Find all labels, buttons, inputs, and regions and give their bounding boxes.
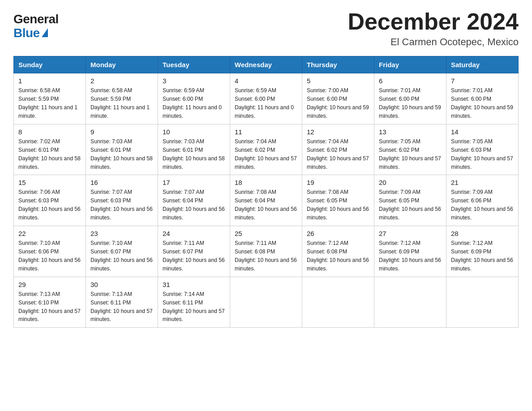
calendar-week-2: 8Sunrise: 7:02 AMSunset: 6:01 PMDaylight… xyxy=(14,124,519,175)
day-number: 10 xyxy=(163,128,225,136)
day-number: 11 xyxy=(235,128,297,136)
logo-general-text: General xyxy=(13,13,59,26)
calendar-week-4: 22Sunrise: 7:10 AMSunset: 6:06 PMDayligh… xyxy=(14,226,519,277)
day-info: Sunrise: 7:05 AMSunset: 6:02 PMDaylight:… xyxy=(379,137,442,171)
calendar-cell: 19Sunrise: 7:08 AMSunset: 6:05 PMDayligh… xyxy=(302,175,374,226)
calendar-cell: 8Sunrise: 7:02 AMSunset: 6:01 PMDaylight… xyxy=(14,124,86,175)
day-info: Sunrise: 7:06 AMSunset: 6:03 PMDaylight:… xyxy=(18,188,81,222)
calendar-cell: 6Sunrise: 7:01 AMSunset: 6:00 PMDaylight… xyxy=(374,73,446,124)
day-number: 24 xyxy=(163,230,225,237)
calendar-cell: 24Sunrise: 7:11 AMSunset: 6:07 PMDayligh… xyxy=(158,226,230,277)
header-monday: Monday xyxy=(86,56,158,73)
calendar-cell: 3Sunrise: 6:59 AMSunset: 6:00 PMDaylight… xyxy=(158,73,230,124)
day-info: Sunrise: 7:08 AMSunset: 6:04 PMDaylight:… xyxy=(235,188,297,222)
calendar-cell: 12Sunrise: 7:04 AMSunset: 6:02 PMDayligh… xyxy=(302,124,374,175)
day-number: 26 xyxy=(307,230,369,237)
day-number: 18 xyxy=(235,179,297,186)
day-info: Sunrise: 6:58 AMSunset: 5:59 PMDaylight:… xyxy=(90,86,153,120)
title-block: December 2024 El Carmen Ocotepec, Mexico xyxy=(348,9,519,48)
day-info: Sunrise: 7:03 AMSunset: 6:01 PMDaylight:… xyxy=(90,137,153,171)
calendar-cell xyxy=(446,277,519,328)
calendar-cell: 11Sunrise: 7:04 AMSunset: 6:02 PMDayligh… xyxy=(230,124,302,175)
day-number: 17 xyxy=(163,179,225,186)
day-number: 28 xyxy=(451,230,514,237)
day-number: 6 xyxy=(379,77,442,85)
header-wednesday: Wednesday xyxy=(230,56,302,73)
calendar-cell: 7Sunrise: 7:01 AMSunset: 6:00 PMDaylight… xyxy=(446,73,519,124)
days-header-row: SundayMondayTuesdayWednesdayThursdayFrid… xyxy=(14,56,519,73)
logo-triangle-icon xyxy=(42,28,48,37)
calendar-cell: 25Sunrise: 7:11 AMSunset: 6:08 PMDayligh… xyxy=(230,226,302,277)
calendar-cell: 26Sunrise: 7:12 AMSunset: 6:08 PMDayligh… xyxy=(302,226,374,277)
calendar-cell: 28Sunrise: 7:12 AMSunset: 6:09 PMDayligh… xyxy=(446,226,519,277)
calendar-subtitle: El Carmen Ocotepec, Mexico xyxy=(348,36,519,48)
calendar-cell: 29Sunrise: 7:13 AMSunset: 6:10 PMDayligh… xyxy=(14,277,86,328)
calendar-cell xyxy=(374,277,446,328)
day-number: 15 xyxy=(18,179,81,186)
day-info: Sunrise: 7:01 AMSunset: 6:00 PMDaylight:… xyxy=(451,86,514,120)
day-number: 23 xyxy=(90,230,153,237)
calendar-cell: 20Sunrise: 7:09 AMSunset: 6:05 PMDayligh… xyxy=(374,175,446,226)
calendar-cell: 9Sunrise: 7:03 AMSunset: 6:01 PMDaylight… xyxy=(86,124,158,175)
day-number: 3 xyxy=(163,77,225,85)
day-number: 14 xyxy=(451,128,514,136)
day-info: Sunrise: 7:13 AMSunset: 6:10 PMDaylight:… xyxy=(18,290,81,324)
calendar-cell: 10Sunrise: 7:03 AMSunset: 6:01 PMDayligh… xyxy=(158,124,230,175)
calendar-cell xyxy=(230,277,302,328)
calendar-cell: 30Sunrise: 7:13 AMSunset: 6:11 PMDayligh… xyxy=(86,277,158,328)
day-number: 20 xyxy=(379,179,442,186)
day-number: 27 xyxy=(379,230,442,237)
day-info: Sunrise: 7:09 AMSunset: 6:05 PMDaylight:… xyxy=(379,188,442,222)
day-info: Sunrise: 7:04 AMSunset: 6:02 PMDaylight:… xyxy=(235,137,297,171)
calendar-cell: 31Sunrise: 7:14 AMSunset: 6:11 PMDayligh… xyxy=(158,277,230,328)
calendar-week-3: 15Sunrise: 7:06 AMSunset: 6:03 PMDayligh… xyxy=(14,175,519,226)
day-number: 2 xyxy=(90,77,153,85)
day-info: Sunrise: 7:01 AMSunset: 6:00 PMDaylight:… xyxy=(379,86,442,120)
day-number: 25 xyxy=(235,230,297,237)
header-tuesday: Tuesday xyxy=(158,56,230,73)
day-info: Sunrise: 7:10 AMSunset: 6:07 PMDaylight:… xyxy=(90,239,153,273)
day-info: Sunrise: 7:09 AMSunset: 6:06 PMDaylight:… xyxy=(451,188,514,222)
day-info: Sunrise: 7:11 AMSunset: 6:07 PMDaylight:… xyxy=(163,239,225,273)
day-number: 8 xyxy=(18,128,81,136)
day-info: Sunrise: 6:59 AMSunset: 6:00 PMDaylight:… xyxy=(235,86,297,120)
day-number: 9 xyxy=(90,128,153,136)
header-sunday: Sunday xyxy=(14,56,86,73)
header-saturday: Saturday xyxy=(446,56,519,73)
calendar-cell: 27Sunrise: 7:12 AMSunset: 6:09 PMDayligh… xyxy=(374,226,446,277)
day-number: 21 xyxy=(451,179,514,186)
calendar-week-1: 1Sunrise: 6:58 AMSunset: 5:59 PMDaylight… xyxy=(14,73,519,124)
day-info: Sunrise: 7:14 AMSunset: 6:11 PMDaylight:… xyxy=(163,290,225,324)
calendar-cell: 1Sunrise: 6:58 AMSunset: 5:59 PMDaylight… xyxy=(14,73,86,124)
header-thursday: Thursday xyxy=(302,56,374,73)
logo: General Blue xyxy=(13,13,59,40)
day-info: Sunrise: 7:12 AMSunset: 6:09 PMDaylight:… xyxy=(451,239,514,273)
calendar-cell: 13Sunrise: 7:05 AMSunset: 6:02 PMDayligh… xyxy=(374,124,446,175)
day-info: Sunrise: 7:03 AMSunset: 6:01 PMDaylight:… xyxy=(163,137,225,171)
day-number: 4 xyxy=(235,77,297,85)
day-info: Sunrise: 7:05 AMSunset: 6:03 PMDaylight:… xyxy=(451,137,514,171)
calendar-cell: 5Sunrise: 7:00 AMSunset: 6:00 PMDaylight… xyxy=(302,73,374,124)
day-number: 13 xyxy=(379,128,442,136)
logo-blue-text: Blue xyxy=(13,26,40,40)
day-number: 22 xyxy=(18,230,81,237)
calendar-cell xyxy=(302,277,374,328)
day-info: Sunrise: 7:07 AMSunset: 6:03 PMDaylight:… xyxy=(90,188,153,222)
calendar-cell: 16Sunrise: 7:07 AMSunset: 6:03 PMDayligh… xyxy=(86,175,158,226)
day-info: Sunrise: 6:59 AMSunset: 6:00 PMDaylight:… xyxy=(163,86,225,120)
day-number: 1 xyxy=(18,77,81,85)
calendar-cell: 17Sunrise: 7:07 AMSunset: 6:04 PMDayligh… xyxy=(158,175,230,226)
day-info: Sunrise: 7:00 AMSunset: 6:00 PMDaylight:… xyxy=(307,86,369,120)
day-number: 30 xyxy=(90,281,153,288)
day-number: 7 xyxy=(451,77,514,85)
day-info: Sunrise: 7:12 AMSunset: 6:09 PMDaylight:… xyxy=(379,239,442,273)
day-number: 16 xyxy=(90,179,153,186)
calendar-cell: 18Sunrise: 7:08 AMSunset: 6:04 PMDayligh… xyxy=(230,175,302,226)
calendar-cell: 4Sunrise: 6:59 AMSunset: 6:00 PMDaylight… xyxy=(230,73,302,124)
day-info: Sunrise: 7:02 AMSunset: 6:01 PMDaylight:… xyxy=(18,137,81,171)
day-number: 19 xyxy=(307,179,369,186)
day-info: Sunrise: 7:04 AMSunset: 6:02 PMDaylight:… xyxy=(307,137,369,171)
calendar-cell: 15Sunrise: 7:06 AMSunset: 6:03 PMDayligh… xyxy=(14,175,86,226)
calendar-week-5: 29Sunrise: 7:13 AMSunset: 6:10 PMDayligh… xyxy=(14,277,519,328)
day-info: Sunrise: 7:11 AMSunset: 6:08 PMDaylight:… xyxy=(235,239,297,273)
